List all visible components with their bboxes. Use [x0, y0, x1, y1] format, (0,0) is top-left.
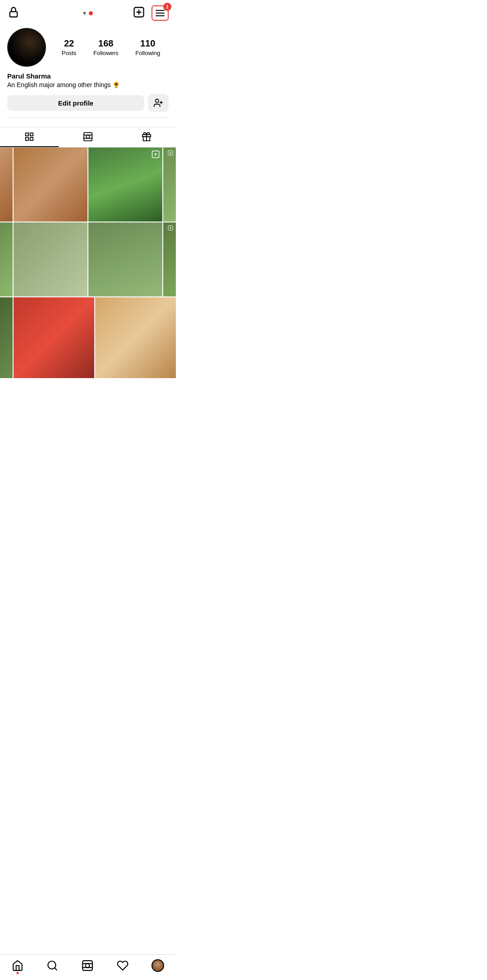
avatar[interactable]: [7, 28, 46, 67]
svg-point-23: [170, 227, 171, 229]
tab-reels[interactable]: [59, 127, 117, 147]
grid-photo-1[interactable]: [14, 148, 87, 222]
profile-actions: Edit profile: [7, 94, 169, 112]
svg-rect-0: [10, 12, 17, 17]
lock-icon[interactable]: [7, 6, 20, 20]
tab-tagged[interactable]: [117, 127, 176, 147]
svg-point-19: [155, 153, 157, 156]
reel-indicator-3: [168, 225, 173, 231]
following-count: 110: [140, 38, 155, 49]
tabs-row: [0, 127, 176, 148]
photo-grid: [0, 148, 176, 378]
grid-photo-partial-left: [0, 148, 13, 222]
grid-photo-4[interactable]: [88, 222, 162, 296]
followers-count: 168: [98, 38, 113, 49]
grid-photo-3[interactable]: [14, 222, 87, 296]
reel-indicator-2: [168, 150, 173, 157]
grid-photo-partial-left-3: [0, 297, 13, 378]
add-square-icon[interactable]: [133, 6, 145, 20]
grid-photo-partial-left-2: [0, 222, 13, 296]
username-dropdown[interactable]: ▾: [83, 9, 93, 17]
grid-photo-partial-right: [163, 148, 176, 222]
reel-indicator: [152, 150, 160, 160]
svg-rect-11: [30, 133, 33, 136]
svg-rect-12: [26, 138, 28, 140]
posts-stat[interactable]: 22 Posts: [62, 38, 77, 56]
followers-label: Followers: [93, 50, 119, 56]
top-nav: ▾ 1: [0, 0, 176, 24]
grid-photo-2[interactable]: [88, 148, 162, 222]
grid-photo-6[interactable]: [95, 297, 176, 378]
posts-count: 22: [64, 38, 74, 49]
tab-grid[interactable]: [0, 127, 59, 147]
followers-stat[interactable]: 168 Followers: [93, 38, 119, 56]
chevron-down-icon: ▾: [83, 9, 86, 17]
following-stat[interactable]: 110 Following: [135, 38, 160, 56]
svg-rect-14: [84, 133, 92, 141]
following-label: Following: [135, 50, 160, 56]
grid-photo-partial-right-2: [163, 222, 176, 296]
edit-profile-button[interactable]: Edit profile: [7, 95, 144, 111]
profile-username: Parul Sharma: [7, 72, 169, 80]
svg-point-7: [156, 99, 159, 102]
profile-bio: An English major among other things 🌻: [7, 81, 169, 88]
svg-point-21: [170, 153, 171, 154]
posts-label: Posts: [62, 50, 77, 56]
menu-button[interactable]: 1: [152, 5, 169, 21]
add-friend-button[interactable]: [148, 94, 169, 112]
notification-badge: 1: [163, 3, 171, 11]
svg-point-15: [86, 135, 89, 138]
svg-rect-13: [30, 138, 33, 140]
svg-rect-10: [26, 133, 28, 136]
profile-top: 22 Posts 168 Followers 110 Following: [7, 28, 169, 67]
online-status-dot: [89, 11, 93, 15]
grid-photo-5[interactable]: [14, 297, 94, 378]
stats-container: 22 Posts 168 Followers 110 Following: [53, 38, 169, 56]
profile-section: 22 Posts 168 Followers 110 Following Par…: [0, 24, 176, 117]
